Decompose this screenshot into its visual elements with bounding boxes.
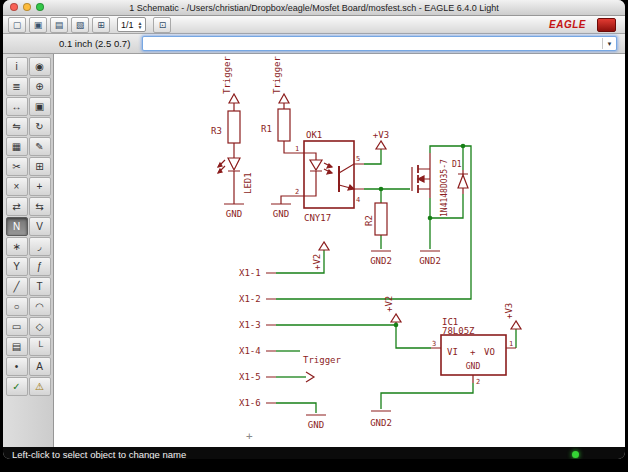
schematic-text[interactable]: GND <box>226 209 242 219</box>
sheet-selector-arrows[interactable]: ▲▼ <box>138 21 143 29</box>
schematic-text[interactable]: D1 <box>452 160 462 169</box>
schematic-texts: TriggerTriggerR3R1LED1GNDGNDOK1CNY171254… <box>211 55 514 443</box>
sheet-selector[interactable]: 1/1 ▲▼ <box>117 17 146 32</box>
erc-tool[interactable]: ✓ <box>6 377 28 396</box>
schematic-text[interactable]: 2 <box>295 188 299 196</box>
schematic-text[interactable]: 4 <box>356 196 360 204</box>
schematic-text[interactable]: 1 <box>509 340 513 348</box>
new-document-icon[interactable]: ▢ <box>8 17 26 33</box>
smash-tool[interactable]: ∗ <box>6 237 28 256</box>
schematic-text[interactable]: VO <box>484 347 495 357</box>
schematic-text[interactable]: X1-6 <box>239 398 261 408</box>
board-switch-icon[interactable]: ▧ <box>71 17 89 33</box>
zoom-fit-icon[interactable]: ⊡ <box>153 17 171 33</box>
replace-tool[interactable]: ⇆ <box>29 197 51 216</box>
schematic-text[interactable]: 2 <box>476 378 480 386</box>
schematic-text[interactable]: +V2 <box>384 296 394 312</box>
schematic-text[interactable]: GND <box>308 420 324 430</box>
circle-tool[interactable]: ○ <box>6 297 28 316</box>
grid-icon[interactable]: ⊞ <box>92 17 110 33</box>
add-part-tool[interactable]: + <box>29 177 51 196</box>
net-tool[interactable]: └ <box>29 337 51 356</box>
errors-tool[interactable]: ⚠ <box>29 377 51 396</box>
schematic-text[interactable]: Trigger <box>303 355 342 365</box>
schematic-text[interactable]: X1-3 <box>239 320 261 330</box>
display-tool[interactable]: ≣ <box>6 77 28 96</box>
name-tool[interactable]: N <box>6 217 28 236</box>
schematic-text[interactable]: 5 <box>356 155 360 163</box>
value-tool[interactable]: V <box>29 217 51 236</box>
schematic-text[interactable]: GND <box>273 209 289 219</box>
rect-tool[interactable]: ▭ <box>6 317 28 336</box>
move-tool[interactable]: ↔ <box>6 97 28 116</box>
mirror-tool[interactable]: ⇋ <box>6 117 28 136</box>
schematic-text[interactable]: +V3 <box>373 130 389 140</box>
drc-status-indicator[interactable] <box>572 451 579 458</box>
schematic-text[interactable]: GND2 <box>370 256 392 266</box>
delete-tool[interactable]: × <box>6 177 28 196</box>
schematic-text[interactable]: +V3 <box>504 303 514 319</box>
label-tool[interactable]: A <box>29 357 51 376</box>
schematic-text[interactable]: 1N4148DO35-7 <box>440 159 449 217</box>
schematic-text[interactable]: OK1 <box>306 130 322 140</box>
schematic-text[interactable]: GND2 <box>419 256 441 266</box>
miter-tool[interactable]: ◞ <box>29 237 51 256</box>
schematic-text[interactable]: + <box>470 347 476 357</box>
text-tool[interactable]: T <box>29 277 51 296</box>
schematic-text[interactable]: 78L05Z <box>442 326 475 336</box>
copy-tool[interactable]: ▣ <box>29 97 51 116</box>
schematic-text[interactable]: + <box>246 430 253 443</box>
schematic-text[interactable]: VI <box>447 347 458 357</box>
schematic-text[interactable]: GND <box>466 362 481 371</box>
edition-badge[interactable] <box>597 18 616 32</box>
cut-tool[interactable]: ✂ <box>6 157 28 176</box>
change-tool[interactable]: ✎ <box>29 137 51 156</box>
polygon-tool[interactable]: ◇ <box>29 317 51 336</box>
rotate-tool[interactable]: ↻ <box>29 117 51 136</box>
junction-tool[interactable]: • <box>6 357 28 376</box>
group-tool[interactable]: ▦ <box>6 137 28 156</box>
bus-tool[interactable]: ▤ <box>6 337 28 356</box>
schematic-canvas[interactable]: TriggerTriggerR3R1LED1GNDGNDOK1CNY171254… <box>54 54 625 447</box>
schematic-text[interactable]: GND2 <box>370 418 392 428</box>
schematic-text[interactable]: 3 <box>432 340 436 348</box>
titlebar: 1 Schematic - /Users/christian/Dropbox/e… <box>3 0 625 16</box>
pinswap-tool[interactable]: ⇄ <box>6 197 28 216</box>
schematic-text[interactable]: X1-2 <box>239 294 261 304</box>
schematic-text[interactable]: R1 <box>261 124 272 134</box>
arc-tool[interactable]: ◠ <box>29 297 51 316</box>
junction-dot[interactable] <box>461 144 466 149</box>
schematic-text[interactable]: R3 <box>211 126 222 136</box>
print-icon[interactable]: ▤ <box>50 17 68 33</box>
junction-dot[interactable] <box>428 216 433 221</box>
save-icon[interactable]: ▣ <box>29 17 47 33</box>
info-tool[interactable]: i <box>6 57 28 76</box>
schematic-text[interactable]: +V2 <box>312 254 322 270</box>
main-toolbar: ▢▣▤▧⊞ 1/1 ▲▼ ⊡ EAGLE <box>3 16 625 34</box>
show-tool[interactable]: ◉ <box>29 57 51 76</box>
close-button[interactable] <box>10 3 18 11</box>
schematic-svg[interactable]: TriggerTriggerR3R1LED1GNDGNDOK1CNY171254… <box>54 54 625 447</box>
mark-tool[interactable]: ⊕ <box>29 77 51 96</box>
schematic-text[interactable]: Trigger <box>222 55 232 94</box>
schematic-text[interactable]: LED1 <box>243 172 253 194</box>
paste-tool[interactable]: ⊞ <box>29 157 51 176</box>
command-input[interactable] <box>143 38 602 49</box>
schematic-text[interactable]: CNY17 <box>304 213 331 223</box>
schematic-text[interactable]: X1-1 <box>239 268 261 278</box>
parameter-toolbar: 0.1 inch (2.5 0.7) ▼ <box>3 34 625 54</box>
schematic-text[interactable]: Trigger <box>272 55 282 94</box>
schematic-text[interactable]: X1-4 <box>239 346 261 356</box>
schematic-nets[interactable] <box>276 146 516 413</box>
schematic-text[interactable]: 1 <box>295 145 299 153</box>
split-tool[interactable]: Y <box>6 257 28 276</box>
junction-dot[interactable] <box>379 187 384 192</box>
zoom-button[interactable] <box>36 3 44 11</box>
minimize-button[interactable] <box>23 3 31 11</box>
schematic-text[interactable]: X1-5 <box>239 372 261 382</box>
combo-dropdown-arrow[interactable]: ▼ <box>602 38 616 49</box>
schematic-text[interactable]: R2 <box>364 215 374 226</box>
invoke-tool[interactable]: ƒ <box>29 257 51 276</box>
wire-tool[interactable]: ╱ <box>6 277 28 296</box>
junction-dot[interactable] <box>394 323 399 328</box>
